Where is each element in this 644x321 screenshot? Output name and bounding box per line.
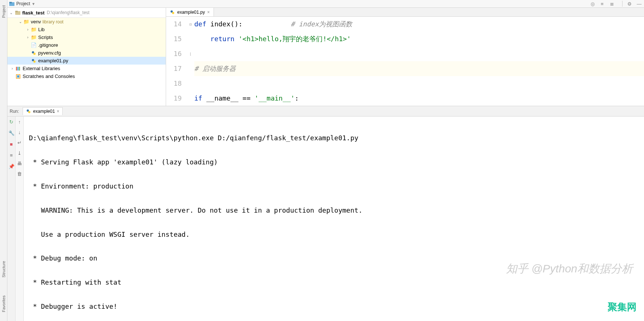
tree-label: pyvenv.cfg	[38, 50, 61, 56]
console-line: * Environment: production	[29, 180, 639, 192]
tree-item-scratches[interactable]: Scratches and Consoles	[7, 72, 166, 80]
rerun-icon[interactable]: ↻	[9, 119, 14, 125]
favorites-side-tab[interactable]: Favorites	[1, 294, 7, 314]
python-file-icon	[30, 58, 37, 63]
fold-collapse-icon[interactable]: ⊟	[187, 17, 194, 32]
print-icon[interactable]: 🖶	[17, 160, 23, 166]
code-area[interactable]: def index():# index为视图函数 return '<h1>hel…	[194, 17, 644, 106]
left-tool-strip: Project Structure Favorites	[0, 0, 7, 321]
console-line: D:\qianfeng\flask_test\venv\Scripts\pyth…	[29, 132, 639, 144]
run-label: Run:	[10, 109, 19, 114]
layout-icon[interactable]: ≡	[9, 152, 14, 158]
run-tools-right: ↑ ↓ ↵ ⤓ 🖶 🗑	[16, 117, 24, 321]
line-number: 18	[166, 76, 182, 91]
locate-icon[interactable]: ◎	[589, 0, 596, 7]
line-number-gutter: 14 15 16 17 18 19	[166, 17, 187, 106]
console-line: Use a production WSGI server instead.	[29, 229, 639, 240]
tree-label: External Libraries	[23, 66, 60, 71]
file-icon: 📄	[30, 42, 37, 48]
console-line: * Debug mode: on	[29, 252, 639, 264]
console-output[interactable]: D:\qianfeng\flask_test\venv\Scripts\pyth…	[24, 117, 644, 321]
pin-icon[interactable]: 📌	[9, 163, 14, 169]
fold-column: ⊟ ⌊	[187, 17, 194, 106]
line-number: 19	[166, 91, 182, 106]
hide-icon[interactable]: —	[635, 0, 643, 7]
project-root[interactable]: ⌄ flask_test D:\qianfeng\flask_test	[7, 8, 166, 18]
project-label[interactable]: Project	[16, 1, 30, 6]
tree-item-scripts[interactable]: ›📁Scripts	[7, 33, 166, 41]
fold-end-icon[interactable]: ⌊	[187, 46, 194, 61]
library-root-hint: library root	[42, 19, 63, 24]
svg-rect-8	[16, 67, 17, 71]
line-number: 17	[166, 61, 182, 76]
project-side-tab[interactable]: Project	[1, 4, 7, 19]
stop-icon[interactable]: ■	[9, 141, 14, 147]
console-line: WARNING: This is a development server. D…	[29, 204, 639, 216]
editor-panel: example01.py × 14 15 16 17 18 19 ⊟ ⌊	[166, 8, 644, 106]
svg-rect-3	[15, 11, 18, 12]
svg-rect-10	[19, 67, 20, 71]
console-line: * Serving Flask app 'example01' (lazy lo…	[29, 156, 639, 168]
run-panel: Run: example01 × ↻ 🔧 ■ ≡ 📌 ↑ ↓ ↵ ⤓ 🖶 🗑	[7, 106, 644, 321]
tree-label: .gitignore	[38, 42, 58, 48]
editor-tabs: example01.py ×	[166, 8, 644, 17]
folder-icon	[15, 10, 21, 16]
libraries-icon	[15, 66, 22, 71]
console-line: * Restarting with stat	[29, 276, 639, 288]
folder-icon: 📁	[30, 35, 37, 40]
up-arrow-icon[interactable]: ↑	[17, 119, 23, 125]
svg-point-7	[33, 60, 36, 63]
svg-rect-12	[17, 75, 19, 78]
tree-item-example01[interactable]: example01.py	[7, 57, 166, 65]
svg-rect-1	[9, 2, 12, 3]
editor-body[interactable]: 14 15 16 17 18 19 ⊟ ⌊ def index():# inde	[166, 17, 644, 106]
chevron-down-icon: ⌄	[18, 20, 23, 24]
close-icon[interactable]: ×	[207, 10, 210, 15]
line-number: 14	[166, 17, 182, 32]
tree-item-gitignore[interactable]: 📄.gitignore	[7, 41, 166, 49]
svg-point-16	[28, 111, 30, 113]
folder-icon: 📁	[23, 19, 30, 24]
tree-label: venv	[31, 19, 41, 24]
python-file-icon	[170, 10, 175, 15]
project-root-path: D:\qianfeng\flask_test	[47, 10, 89, 15]
editor-tab-label: example01.py	[177, 10, 205, 15]
line-number: 16	[166, 46, 182, 61]
tree-label: Lib	[38, 27, 44, 32]
scratches-icon	[15, 74, 22, 79]
run-tab-example01[interactable]: example01 ×	[23, 107, 63, 115]
svg-rect-9	[17, 67, 19, 71]
svg-point-5	[33, 53, 36, 55]
python-file-icon	[26, 109, 31, 114]
tree-item-external-libraries[interactable]: ›External Libraries	[7, 65, 166, 72]
run-panel-header: Run: example01 ×	[7, 106, 644, 117]
run-tab-label: example01	[33, 109, 55, 114]
scroll-to-end-icon[interactable]: ⤓	[17, 150, 23, 156]
svg-point-14	[172, 12, 174, 14]
run-tools-left: ↻ 🔧 ■ ≡ 📌	[7, 117, 16, 321]
editor-tab-example01[interactable]: example01.py ×	[166, 8, 214, 16]
chevron-right-icon: ›	[25, 35, 30, 39]
tree-item-venv[interactable]: ⌄📁venvlibrary root	[7, 18, 166, 26]
wrench-icon[interactable]: 🔧	[9, 130, 14, 136]
collapse-all-icon[interactable]: ≣	[608, 0, 615, 7]
topbar: Project ▼ ◎ ≡ ≣ ⚙ —	[0, 0, 644, 8]
soft-wrap-icon[interactable]: ↵	[17, 140, 23, 145]
close-icon[interactable]: ×	[57, 109, 59, 114]
down-arrow-icon[interactable]: ↓	[17, 129, 23, 135]
structure-side-tab[interactable]: Structure	[1, 259, 7, 279]
chevron-down-icon[interactable]: ▼	[32, 2, 35, 6]
folder-icon: 📁	[30, 27, 37, 32]
tree-label: example01.py	[38, 58, 68, 63]
chevron-right-icon: ›	[25, 27, 30, 32]
line-number: 15	[166, 32, 182, 46]
tree-label: Scratches and Consoles	[23, 73, 75, 79]
trash-icon[interactable]: 🗑	[17, 171, 23, 177]
chevron-right-icon: ›	[10, 66, 15, 71]
project-tree-panel: ⌄ flask_test D:\qianfeng\flask_test ⌄📁ve…	[7, 8, 166, 106]
console-line: * Debugger is active!	[29, 301, 639, 312]
expand-all-icon[interactable]: ≡	[598, 0, 606, 7]
tree-item-pyvenvcfg[interactable]: pyvenv.cfg	[7, 49, 166, 57]
tree-item-lib[interactable]: ›📁Lib	[7, 26, 166, 33]
gear-icon[interactable]: ⚙	[626, 0, 633, 7]
